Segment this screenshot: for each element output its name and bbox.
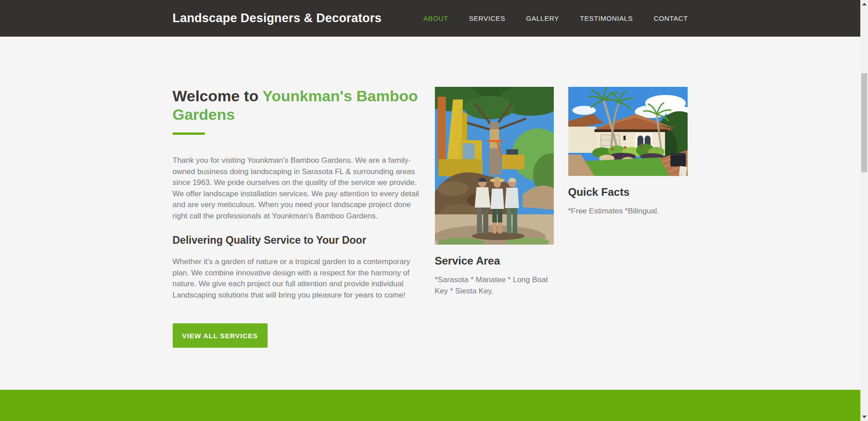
vertical-scrollbar[interactable] <box>860 0 868 421</box>
view-all-services-button[interactable]: VIEW ALL SERVICES <box>173 323 268 348</box>
intro-column: Welcome to Younkman's Bamboo Gardens Tha… <box>173 87 420 348</box>
scroll-up-arrow-icon[interactable] <box>862 3 867 5</box>
nav-item-testimonials[interactable]: TESTIMONIALS <box>580 14 633 22</box>
crew-tree-transplant-photo <box>435 87 554 245</box>
footer-band <box>0 390 860 421</box>
landscaped-house-photo <box>568 87 688 176</box>
about-section: Welcome to Younkman's Bamboo Gardens Tha… <box>0 37 860 348</box>
quality-service-paragraph: Whether it's a garden of nature or a tro… <box>173 256 420 301</box>
site-brand-title[interactable]: Landscape Designers & Decorators <box>173 11 382 25</box>
intro-paragraph: Thank you for visiting Younkman's Bamboo… <box>173 155 420 222</box>
top-navigation-bar: Landscape Designers & Decorators ABOUT S… <box>0 0 860 37</box>
service-area-title: Service Area <box>435 255 554 267</box>
nav-item-gallery[interactable]: GALLERY <box>526 14 559 22</box>
nav-item-services[interactable]: SERVICES <box>469 14 505 22</box>
page-title-prefix: Welcome to <box>173 87 259 104</box>
quick-facts-text: *Free Estimates *Bilingual. <box>568 206 688 217</box>
page: Landscape Designers & Decorators ABOUT S… <box>0 0 860 421</box>
quality-service-subheading: Delivering Quality Service to Your Door <box>173 234 420 246</box>
scrollbar-thumb[interactable] <box>861 73 867 172</box>
scroll-down-arrow-icon[interactable] <box>862 416 867 418</box>
quick-facts-card: Quick Facts *Free Estimates *Bilingual. <box>568 87 688 217</box>
green-divider <box>173 132 205 135</box>
nav-item-about[interactable]: ABOUT <box>423 14 448 22</box>
service-area-card: Service Area *Sarasota * Manatee * Long … <box>435 87 554 297</box>
service-area-text: *Sarasota * Manatee * Long Boat Key * Si… <box>435 274 554 297</box>
main-menu: ABOUT SERVICES GALLERY TESTIMONIALS CONT… <box>423 14 688 22</box>
nav-item-contact[interactable]: CONTACT <box>654 14 688 22</box>
page-title: Welcome to Younkman's Bamboo Gardens <box>173 87 420 124</box>
quick-facts-title: Quick Facts <box>568 186 688 199</box>
